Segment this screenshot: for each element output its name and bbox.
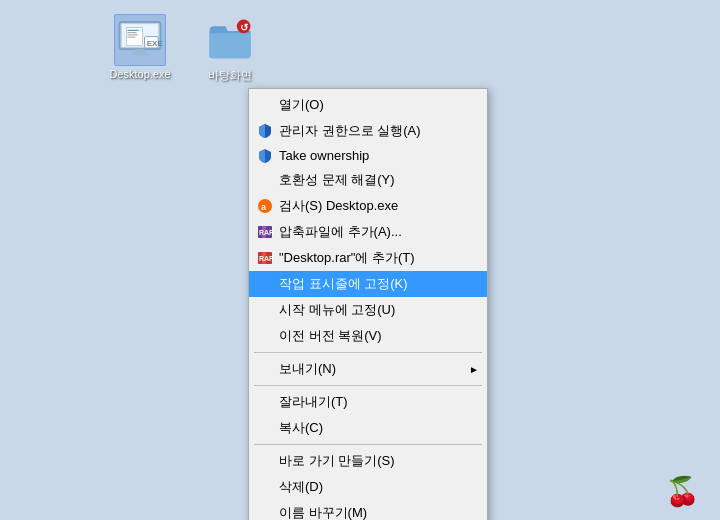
menu-item-cut[interactable]: 잘라내기(T) (249, 389, 487, 415)
menu-item-compatibility-label: 호환성 문제 해결(Y) (279, 171, 395, 189)
avast-icon: a (255, 196, 275, 216)
shield-ownership-icon (255, 146, 275, 166)
menu-item-create-shortcut-label: 바로 가기 만들기(S) (279, 452, 395, 470)
desktop-exe-icon-box: EXE (114, 14, 166, 66)
desktop: EXE Desktop.exe ↺ 바탕화면 열기(O) (0, 0, 720, 520)
barotahwamyeon-label: 바탕화면 (208, 68, 252, 83)
cherry-decoration: 🍒 (665, 475, 700, 508)
menu-item-copy[interactable]: 복사(C) (249, 415, 487, 441)
menu-item-pin-taskbar[interactable]: 작업 표시줄에 고정(K) (249, 271, 487, 297)
desktop-exe-svg: EXE (115, 15, 165, 65)
menu-item-take-ownership-label: Take ownership (279, 148, 369, 163)
desktop-icons-area: EXE Desktop.exe ↺ 바탕화면 (100, 10, 270, 87)
svg-rect-4 (128, 32, 137, 33)
submenu-arrow-icon: ► (469, 364, 479, 375)
menu-item-restore[interactable]: 이전 버전 복원(V) (249, 323, 487, 349)
menu-item-add-archive-label: 압축파일에 추가(A)... (279, 223, 402, 241)
menu-item-take-ownership[interactable]: Take ownership (249, 144, 487, 167)
svg-text:RAR: RAR (259, 229, 273, 236)
svg-rect-6 (128, 37, 136, 38)
menu-item-delete-label: 삭제(D) (279, 478, 323, 496)
separator-1 (254, 352, 482, 353)
svg-text:RAR: RAR (259, 255, 273, 262)
menu-item-pin-start-label: 시작 메뉴에 고정(U) (279, 301, 395, 319)
menu-item-open[interactable]: 열기(O) (249, 92, 487, 118)
barotahwamyeon-svg: ↺ (205, 15, 255, 65)
winrar-icon: RAR (255, 222, 275, 242)
svg-rect-7 (135, 49, 144, 52)
desktop-exe-label: Desktop.exe (109, 68, 170, 80)
menu-item-cut-label: 잘라내기(T) (279, 393, 348, 411)
menu-item-run-as-admin-label: 관리자 권한으로 실행(A) (279, 122, 421, 140)
barotahwamyeon-icon-box: ↺ (204, 14, 256, 66)
svg-rect-8 (132, 53, 148, 55)
menu-item-compatibility[interactable]: 호환성 문제 해결(Y) (249, 167, 487, 193)
menu-item-scan[interactable]: a 검사(S) Desktop.exe (249, 193, 487, 219)
menu-item-rename-label: 이름 바꾸기(M) (279, 504, 367, 520)
barotahwamyeon-icon[interactable]: ↺ 바탕화면 (190, 10, 270, 87)
menu-item-open-label: 열기(O) (279, 96, 324, 114)
menu-item-pin-start[interactable]: 시작 메뉴에 고정(U) (249, 297, 487, 323)
menu-item-copy-label: 복사(C) (279, 419, 323, 437)
svg-rect-3 (128, 30, 139, 31)
menu-item-delete[interactable]: 삭제(D) (249, 474, 487, 500)
menu-item-scan-label: 검사(S) Desktop.exe (279, 197, 398, 215)
separator-3 (254, 444, 482, 445)
menu-item-restore-label: 이전 버전 복원(V) (279, 327, 382, 345)
svg-rect-5 (128, 34, 138, 35)
menu-item-send-to-label: 보내기(N) (279, 360, 336, 378)
menu-item-rename[interactable]: 이름 바꾸기(M) (249, 500, 487, 520)
menu-item-send-to[interactable]: 보내기(N) ► (249, 356, 487, 382)
menu-item-run-as-admin[interactable]: 관리자 권한으로 실행(A) (249, 118, 487, 144)
separator-2 (254, 385, 482, 386)
context-menu: 열기(O) 관리자 권한으로 실행(A) Take ownership (248, 88, 488, 520)
menu-item-create-shortcut[interactable]: 바로 가기 만들기(S) (249, 448, 487, 474)
winrar-red-icon: RAR (255, 248, 275, 268)
menu-item-add-desktop-rar[interactable]: RAR "Desktop.rar"에 추가(T) (249, 245, 487, 271)
menu-item-pin-taskbar-label: 작업 표시줄에 고정(K) (279, 275, 408, 293)
svg-text:↺: ↺ (240, 22, 249, 33)
shield-uac-icon (255, 121, 275, 141)
desktop-exe-icon[interactable]: EXE Desktop.exe (100, 10, 180, 87)
menu-item-add-desktop-rar-label: "Desktop.rar"에 추가(T) (279, 249, 415, 267)
menu-item-add-archive[interactable]: RAR 압축파일에 추가(A)... (249, 219, 487, 245)
svg-text:EXE: EXE (147, 39, 163, 48)
